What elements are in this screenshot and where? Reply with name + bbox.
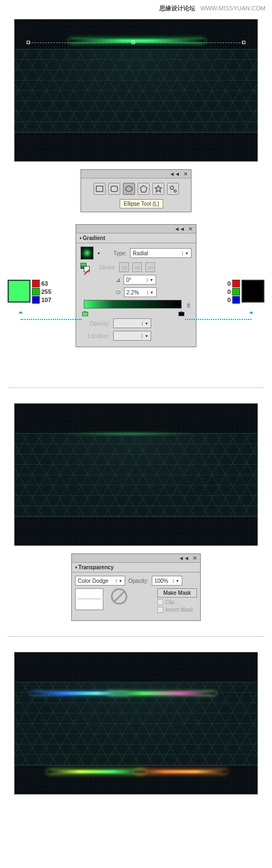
collapse-icon[interactable]: ◄◄ [169, 171, 180, 177]
panel-header: ◄◄ ✕ [81, 170, 191, 178]
path-selection [27, 39, 245, 46]
clip-label: Clip [165, 599, 175, 605]
angle-input[interactable]: 0°▼ [123, 275, 156, 285]
artwork-preview-2 [14, 403, 258, 546]
aspect-input[interactable]: 2.2%▼ [124, 287, 157, 297]
stop-location-input[interactable]: ▼ [113, 331, 151, 341]
mask-thumbnail-empty[interactable] [111, 588, 127, 605]
stop-opacity-input[interactable]: ▼ [113, 318, 151, 328]
flare-tool[interactable] [167, 183, 179, 195]
svg-point-6 [174, 190, 176, 192]
star-tool[interactable] [152, 183, 164, 195]
stroke-label: Stroke: [93, 264, 116, 270]
watermark-url: WWW.MISSYUAN.COM [200, 5, 265, 11]
location-label: Location: [81, 333, 110, 339]
callout-line-left [21, 319, 82, 320]
panel-header: ◄◄ ✕ [72, 554, 200, 563]
glow-result [58, 433, 200, 435]
svg-marker-3 [140, 186, 147, 192]
aspect-icon: ⬭ [116, 289, 121, 296]
svg-marker-4 [155, 186, 162, 192]
b-swatch [232, 296, 240, 304]
artwork-preview-1 [14, 19, 258, 162]
close-icon[interactable]: ✕ [193, 555, 197, 561]
b-swatch [32, 296, 40, 304]
glow-lime [47, 770, 145, 773]
opacity-label: Opacity: [81, 321, 110, 327]
shape-tools-panel: ◄◄ ✕ Ellipse Tool (L) [81, 169, 191, 212]
transparency-tab[interactable]: ♦Transparency [72, 563, 200, 572]
gradient-tab[interactable]: ♦Gradient [76, 233, 196, 243]
collapse-icon[interactable]: ◄◄ [178, 555, 189, 561]
dropdown-icon[interactable]: ▼ [97, 251, 101, 255]
tool-tooltip: Ellipse Tool (L) [120, 199, 163, 208]
gradient-panel: ◄◄ ✕ ♦Gradient ▼ Type: Radial▼ Stroke: ▭… [76, 224, 196, 347]
section-divider [8, 387, 264, 388]
polygon-tool[interactable] [138, 183, 150, 195]
callout-line-right [185, 319, 251, 320]
g-value: 255 [41, 288, 54, 295]
gradient-stop-right[interactable] [178, 309, 183, 315]
svg-point-2 [126, 186, 132, 192]
glow-green-pink [107, 692, 216, 695]
invert-label: Invert Mask [165, 607, 194, 613]
opacity-input[interactable]: 100%▼ [152, 576, 182, 586]
svg-point-5 [170, 186, 174, 189]
color-callout-left: 63 255 107 [8, 280, 54, 304]
delete-stop-icon[interactable]: 🗑 [186, 302, 191, 308]
r-swatch [32, 280, 40, 287]
type-label: Type: [104, 250, 127, 256]
panel-header: ◄◄ ✕ [76, 225, 196, 233]
g-swatch [32, 288, 40, 296]
make-mask-button[interactable]: Make Mask [157, 588, 197, 598]
gradient-stop-left[interactable] [82, 309, 87, 315]
svg-rect-0 [96, 186, 103, 192]
b-value: 0 [218, 297, 231, 303]
r-value: 63 [41, 280, 54, 287]
artwork-preview-3 [14, 652, 258, 795]
stroke-opt-2: ▭ [132, 262, 142, 272]
fill-stroke-swatch[interactable] [81, 263, 90, 272]
collapse-icon[interactable]: ◄◄ [174, 226, 185, 232]
b-value: 107 [41, 297, 54, 303]
close-icon[interactable]: ✕ [188, 226, 193, 232]
g-value: 0 [218, 288, 231, 295]
clip-checkbox [157, 599, 163, 605]
callout-arrow-left [18, 309, 23, 313]
watermark-brand: 思缘设计论坛 [159, 5, 195, 11]
hex-band [15, 433, 257, 517]
color-callout-right: 0 0 0 [218, 280, 264, 304]
rounded-rect-tool[interactable] [108, 183, 120, 195]
glow-orange [134, 770, 227, 773]
gradient-slider[interactable] [84, 300, 182, 309]
g-swatch [232, 288, 240, 296]
close-icon[interactable]: ✕ [183, 171, 188, 177]
gradient-type-select[interactable]: Radial▼ [130, 248, 191, 258]
hex-band [15, 49, 257, 133]
callout-arrow-right [249, 309, 254, 313]
gradient-preview[interactable] [81, 247, 94, 260]
stroke-opt-1: ▭ [119, 262, 129, 272]
r-swatch [232, 280, 240, 287]
object-thumbnail[interactable] [75, 588, 103, 610]
rectangle-tool[interactable] [94, 183, 106, 195]
invert-checkbox [157, 607, 163, 613]
section-divider [8, 636, 264, 637]
transparency-panel: ◄◄ ✕ ♦Transparency Color Dodge▼ Opacity:… [71, 553, 201, 621]
r-value: 0 [218, 280, 231, 287]
blend-mode-select[interactable]: Color Dodge▼ [75, 576, 125, 586]
right-color-swatch [242, 280, 264, 303]
stroke-opt-3: ▭ [145, 262, 155, 272]
watermark: 思缘设计论坛 WWW.MISSYUAN.COM [0, 0, 272, 15]
svg-rect-1 [111, 186, 118, 192]
angle-icon: ⊿ [116, 277, 120, 283]
opacity-label: Opacity: [128, 578, 149, 584]
ellipse-tool[interactable] [123, 183, 135, 195]
left-color-swatch [8, 280, 30, 303]
